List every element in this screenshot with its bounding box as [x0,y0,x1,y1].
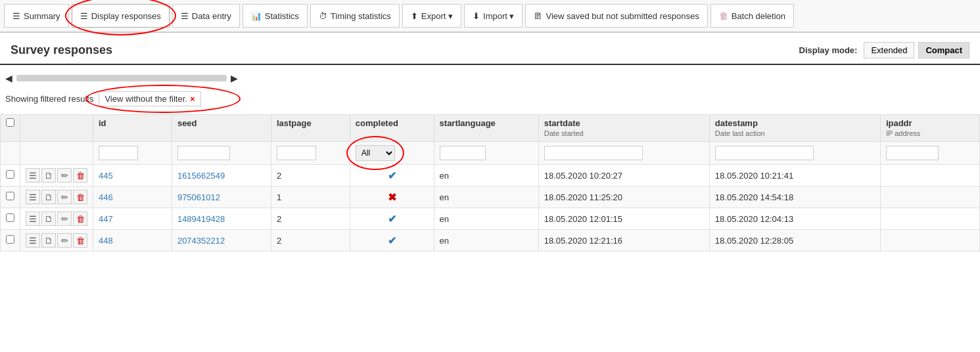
view-without-filter-link[interactable]: View without the filter. × [99,91,200,106]
completed-yes-icon: ✔ [388,235,396,246]
th-startlanguage: startlanguage [434,115,538,142]
scroll-right-arrow[interactable]: ▶ [231,73,238,83]
th-ipaddr: ipaddrIP address [880,115,979,142]
filter-startlanguage-input[interactable] [440,146,486,160]
completed-select-wrapper: All Yes No [356,145,395,161]
filter-id-input[interactable] [99,146,138,160]
filter-completed-select[interactable]: All Yes No [356,145,395,161]
row-copy-icon[interactable]: 🗋 [41,211,56,226]
row-446-checkbox[interactable] [6,192,14,200]
row-view-icon[interactable]: ☰ [26,211,40,226]
table-row: ☰ 🗋 ✏ 🗑 44516156625492✔en18.05.2020 10:2… [1,165,980,187]
row-actions-cell: ☰ 🗋 ✏ 🗑 [20,230,93,252]
filter-seed-cell [172,142,271,165]
row-startdate-cell: 18.05.2020 12:21:16 [538,230,709,252]
row-delete-icon[interactable]: 🗑 [73,190,87,204]
top-navigation: ☰ Summary ☰ Display responses ☰ Data ent… [0,0,980,33]
row-copy-icon[interactable]: 🗋 [41,190,56,204]
row-445-checkbox[interactable] [6,170,14,179]
row-checkbox-cell [1,165,20,187]
row-datestamp-cell: 18.05.2020 10:21:41 [709,165,880,187]
filter-actions-cell [20,142,93,165]
view-saved-icon: 🖹 [534,11,542,21]
table-scroll-container[interactable]: id seed lastpage completed startlanguage… [0,110,980,254]
display-mode-controls: Display mode: Extended Compact [799,42,969,58]
mode-compact-button[interactable]: Compact [918,42,969,58]
nav-export[interactable]: ⬆ Export ▾ [402,4,461,28]
scroll-left-arrow[interactable]: ◀ [5,73,12,83]
row-delete-icon[interactable]: 🗑 [73,233,87,248]
row-copy-icon[interactable]: 🗋 [41,168,56,183]
row-447-checkbox[interactable] [6,213,14,222]
row-seed-link[interactable]: 2074352212 [177,236,225,246]
filter-startdate-input[interactable] [544,146,643,160]
row-datestamp-cell: 18.05.2020 12:04:13 [709,208,880,230]
row-completed-cell: ✔ [350,230,434,252]
row-completed-cell: ✔ [350,208,434,230]
filter-ipaddr-input[interactable] [886,146,939,160]
row-seed-link[interactable]: 1489419428 [177,214,225,224]
row-lastpage-cell: 1 [271,187,350,208]
row-delete-icon[interactable]: 🗑 [73,211,87,226]
th-actions [20,115,93,142]
responses-table: id seed lastpage completed startlanguage… [0,114,980,252]
filter-seed-input[interactable] [177,146,230,160]
row-edit-icon[interactable]: ✏ [57,190,72,204]
row-seed-link[interactable]: 1615662549 [177,171,225,181]
row-id-link[interactable]: 448 [99,236,113,246]
row-edit-icon[interactable]: ✏ [57,233,72,248]
th-completed: completed [350,115,434,142]
row-checkbox-cell [1,187,20,208]
nav-data-entry[interactable]: ☰ Data entry [172,4,240,28]
summary-icon: ☰ [12,11,20,21]
row-seed-cell: 1489419428 [172,208,271,230]
row-lastpage-cell: 2 [271,230,350,252]
row-view-icon[interactable]: ☰ [26,168,40,183]
completed-yes-icon: ✔ [388,213,396,225]
row-actions-cell: ☰ 🗋 ✏ 🗑 [20,165,93,187]
filter-checkbox-cell [1,142,20,165]
nav-batch-deletion[interactable]: 🗑 Batch deletion [711,4,794,28]
row-view-icon[interactable]: ☰ [26,233,40,248]
nav-view-saved[interactable]: 🖹 View saved but not submitted responses [525,4,707,28]
filter-close-button[interactable]: × [190,94,195,104]
row-id-link[interactable]: 446 [99,192,113,202]
row-edit-icon[interactable]: ✏ [57,211,72,226]
row-datestamp-cell: 18.05.2020 14:54:18 [709,187,880,208]
th-startdate: startdateDate started [538,115,709,142]
row-view-icon[interactable]: ☰ [26,190,40,204]
table-row: ☰ 🗋 ✏ 🗑 4469750610121✖en18.05.2020 11:25… [1,187,980,208]
row-startdate-cell: 18.05.2020 11:25:20 [538,187,709,208]
row-seed-link[interactable]: 975061012 [177,192,220,202]
nav-import[interactable]: ⬇ Import ▾ [464,4,523,28]
row-startdate-cell: 18.05.2020 12:01:15 [538,208,709,230]
row-startlanguage-cell: en [434,208,538,230]
scroll-container[interactable]: ◀ ▶ [0,65,980,85]
nav-statistics[interactable]: 📊 Statistics [243,4,308,28]
row-id-link[interactable]: 447 [99,214,113,224]
display-responses-icon: ☰ [80,11,88,21]
filter-datestamp-input[interactable] [715,146,814,160]
row-id-link[interactable]: 445 [99,171,113,181]
row-copy-icon[interactable]: 🗋 [41,233,56,248]
import-icon: ⬇ [473,11,480,21]
batch-deletion-icon: 🗑 [719,11,728,21]
filter-lastpage-input[interactable] [277,146,316,160]
showing-filtered-text: Showing filtered results [5,94,93,104]
select-all-checkbox[interactable] [6,118,14,127]
row-448-checkbox[interactable] [6,235,14,244]
horizontal-scrollbar[interactable] [16,75,227,81]
nav-summary[interactable]: ☰ Summary [4,4,69,28]
table-header-row: id seed lastpage completed startlanguage… [1,115,980,142]
nav-display-responses[interactable]: ☰ Display responses [72,4,170,28]
row-startlanguage-cell: en [434,187,538,208]
timing-icon: ⏱ [319,11,327,21]
page-title: Survey responses [11,43,112,57]
mode-extended-button[interactable]: Extended [864,42,914,58]
filter-startdate-cell [538,142,709,165]
row-edit-icon[interactable]: ✏ [57,168,72,183]
row-delete-icon[interactable]: 🗑 [73,168,87,183]
nav-timing-statistics[interactable]: ⏱ Timing statistics [310,4,400,28]
display-mode-bar: Survey responses Display mode: Extended … [0,33,980,65]
filter-datestamp-cell [709,142,880,165]
